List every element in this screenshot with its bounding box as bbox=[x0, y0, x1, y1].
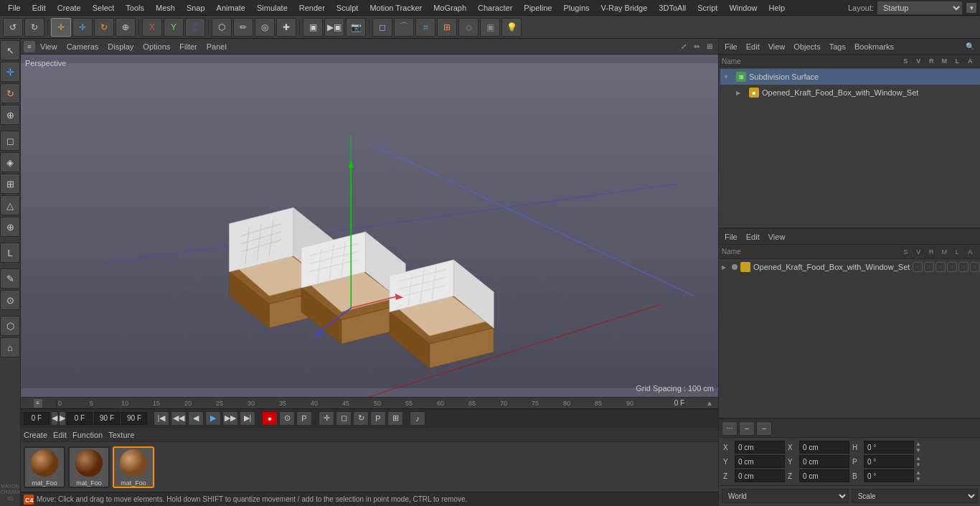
obj-ctrl-2[interactable]: · bbox=[924, 262, 934, 272]
tree-row-kraftbox[interactable]: ▶ ■ Opened_Kraft_Food_Box_with_Window_Se… bbox=[720, 85, 980, 100]
viewport-expand-icon[interactable]: ⤢ bbox=[678, 41, 689, 52]
sidebar-sculpt-btn[interactable]: ⌂ bbox=[0, 337, 20, 357]
light-btn[interactable]: 💡 bbox=[501, 18, 522, 37]
material-swatch-1[interactable]: mat_Foo bbox=[24, 446, 65, 488]
tf-arrow1-btn[interactable]: – bbox=[739, 421, 755, 436]
material-edit-btn[interactable]: Edit bbox=[53, 431, 67, 439]
loop-btn[interactable]: ↻ bbox=[353, 411, 369, 426]
viewport-display-btn[interactable]: Display bbox=[103, 42, 138, 52]
sm-view-btn[interactable]: View bbox=[765, 42, 788, 52]
obj-ctrl-5[interactable]: · bbox=[958, 262, 969, 272]
play-back-btn[interactable]: ◀ bbox=[188, 411, 204, 426]
sm-file-btn[interactable]: File bbox=[722, 42, 740, 52]
tf-input-p-rot[interactable] bbox=[867, 458, 910, 466]
tf-h-up-btn[interactable]: ▲▼ bbox=[915, 441, 927, 454]
sm-filter-icon[interactable]: ⊞ bbox=[977, 41, 980, 52]
tf-p-up-btn[interactable]: ▲▼ bbox=[915, 455, 927, 468]
tf-val-z-size[interactable] bbox=[799, 469, 849, 482]
sidebar-mode1-btn[interactable]: ◻ bbox=[0, 131, 20, 151]
axis-z-btn[interactable]: Z bbox=[185, 18, 205, 37]
menu-sculpt[interactable]: Sculpt bbox=[331, 2, 364, 14]
viewport-menu-icon[interactable]: ≡ bbox=[24, 41, 35, 52]
redo-btn[interactable]: ↻ bbox=[24, 18, 44, 37]
tf-input-b-rot[interactable] bbox=[867, 472, 910, 480]
deformer-btn[interactable]: ⊞ bbox=[437, 18, 457, 37]
material-texture-btn[interactable]: Texture bbox=[108, 431, 134, 439]
sidebar-paint-btn[interactable]: ⬡ bbox=[0, 316, 20, 336]
current-frame-input[interactable] bbox=[67, 412, 93, 425]
timeline-end-btn[interactable]: ▲ bbox=[701, 399, 718, 407]
tf-input-y-size[interactable] bbox=[803, 458, 846, 466]
axis-x-btn[interactable]: X bbox=[142, 18, 162, 37]
sm-search-icon[interactable]: 🔍 bbox=[964, 41, 976, 52]
sidebar-mode4-btn[interactable]: △ bbox=[0, 195, 20, 215]
subdiv-btn[interactable]: ⌗ bbox=[415, 18, 435, 37]
om-view-btn[interactable]: View bbox=[765, 232, 788, 242]
go-start-btn[interactable]: |◀ bbox=[154, 411, 169, 426]
tf-val-z-pos[interactable] bbox=[735, 469, 785, 482]
render-view-btn[interactable]: ▣ bbox=[303, 18, 323, 37]
sidebar-move-btn[interactable]: ✛ bbox=[0, 62, 20, 82]
tree-row-subdivision[interactable]: ▼ ⊞ Subdivision Surface ✓ • bbox=[720, 69, 980, 85]
tf-arrow2-btn[interactable]: – bbox=[756, 421, 772, 436]
paint-btn[interactable]: ✏ bbox=[233, 18, 253, 37]
camera-btn[interactable]: ▣ bbox=[480, 18, 500, 37]
menu-snap[interactable]: Snap bbox=[182, 2, 210, 14]
sm-bookmarks-btn[interactable]: Bookmarks bbox=[852, 42, 897, 52]
menu-mesh[interactable]: Mesh bbox=[151, 2, 180, 14]
om-file-btn[interactable]: File bbox=[722, 232, 740, 242]
sm-objects-btn[interactable]: Objects bbox=[791, 42, 823, 52]
tf-b-up-btn[interactable]: ▲▼ bbox=[915, 469, 927, 482]
tf-input-x-size[interactable] bbox=[803, 444, 846, 451]
go-end-btn[interactable]: ▶| bbox=[240, 411, 255, 426]
menu-tools[interactable]: Tools bbox=[121, 2, 149, 14]
tf-val-x-size[interactable] bbox=[799, 441, 849, 454]
start-frame-input[interactable] bbox=[24, 412, 50, 425]
select-key-btn[interactable]: ◻ bbox=[336, 411, 352, 426]
sidebar-mode2-btn[interactable]: ◈ bbox=[0, 152, 20, 172]
transform-type-dropdown[interactable]: Scale bbox=[852, 489, 979, 503]
grid-btn[interactable]: ⊞ bbox=[387, 411, 403, 426]
capture-btn[interactable]: 📷 bbox=[346, 18, 366, 37]
material-swatch-2[interactable]: mat_Foo bbox=[68, 446, 110, 488]
tf-input-x-pos[interactable] bbox=[738, 444, 781, 451]
prev-frame-range-btn[interactable]: ◀ bbox=[51, 411, 58, 426]
menu-mograph[interactable]: MoGraph bbox=[428, 2, 471, 14]
tf-val-y-pos[interactable] bbox=[735, 455, 785, 468]
sm-edit-btn[interactable]: Edit bbox=[743, 42, 763, 52]
move-tool-btn[interactable]: ✛ bbox=[72, 18, 93, 37]
obj-ctrl-1[interactable]: · bbox=[913, 262, 923, 272]
sm-tags-btn[interactable]: Tags bbox=[826, 42, 849, 52]
record-auto-btn[interactable]: ⊙ bbox=[279, 411, 295, 426]
total-frames-input[interactable] bbox=[121, 412, 147, 425]
menu-vray[interactable]: V-Ray Bridge bbox=[596, 2, 653, 14]
menu-create[interactable]: Create bbox=[52, 2, 86, 14]
rotate-tool-btn[interactable]: ↻ bbox=[94, 18, 114, 37]
viewport-arrows-icon[interactable]: ⇔ bbox=[691, 41, 702, 52]
spline-btn[interactable]: ⌒ bbox=[394, 18, 414, 37]
tf-input-h-rot[interactable] bbox=[867, 444, 910, 451]
record-marker-btn[interactable]: P bbox=[296, 411, 312, 426]
cube-btn[interactable]: ◻ bbox=[372, 18, 392, 37]
viewport-filter-btn[interactable]: Filter bbox=[175, 42, 201, 52]
menu-character[interactable]: Character bbox=[473, 2, 517, 14]
add-btn[interactable]: ✚ bbox=[276, 18, 296, 37]
tf-input-z-size[interactable] bbox=[803, 472, 846, 480]
material-create-btn[interactable]: Create bbox=[24, 431, 47, 439]
axis-y-btn[interactable]: Y bbox=[164, 18, 184, 37]
object-btn[interactable]: ⬡ bbox=[212, 18, 232, 37]
timeline-ruler[interactable]: 0 5 10 15 20 25 30 35 40 45 50 55 60 65 … bbox=[57, 398, 658, 408]
viewport-grid-icon[interactable]: ⊞ bbox=[704, 41, 715, 52]
tf-val-p-rot[interactable] bbox=[864, 455, 914, 468]
menu-script[interactable]: Script bbox=[692, 2, 722, 14]
menu-help[interactable]: Help bbox=[764, 2, 791, 14]
menu-pipeline[interactable]: Pipeline bbox=[519, 2, 557, 14]
obj-ctrl-4[interactable]: · bbox=[947, 262, 957, 272]
om-edit-btn[interactable]: Edit bbox=[743, 232, 763, 242]
undo-btn[interactable]: ↺ bbox=[3, 18, 23, 37]
sidebar-pointer-btn[interactable]: ↖ bbox=[0, 40, 20, 60]
select-tool-btn[interactable]: ✛ bbox=[51, 18, 71, 37]
tf-input-z-pos[interactable] bbox=[738, 472, 781, 480]
tf-input-y-pos[interactable] bbox=[738, 458, 781, 466]
play-fwd-btn[interactable]: ▶ bbox=[205, 411, 221, 426]
